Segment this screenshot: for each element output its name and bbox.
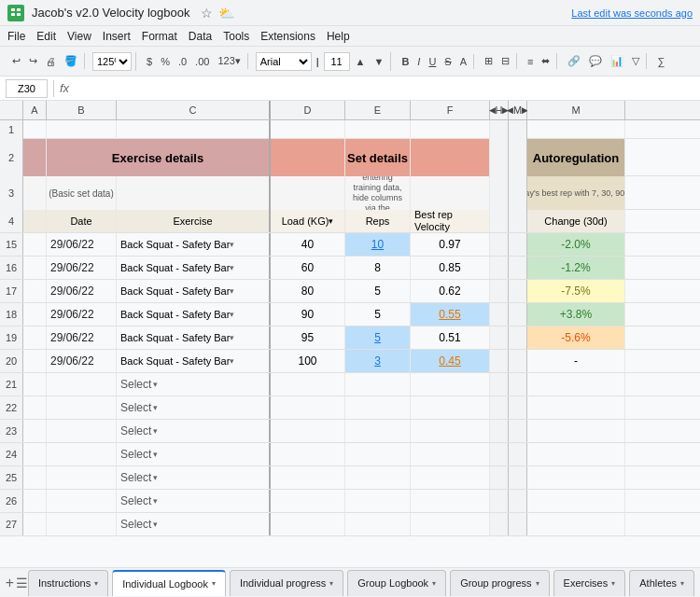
align-btn[interactable]: ≡ [525,54,536,69]
redo-btn[interactable]: ↪ [26,53,40,69]
row-18-date[interactable]: 29/06/22 [47,303,117,326]
row-21-reps[interactable] [345,373,411,396]
col-header-f[interactable]: F [411,101,490,119]
col-header-e[interactable]: E [345,101,411,119]
row-21-exercise-select[interactable]: Select ▾ [117,373,271,396]
print-btn[interactable]: 🖨 [43,54,59,69]
row-20-best-rep[interactable]: 0.45 [411,350,490,372]
row-16-reps[interactable]: 8 [345,257,411,279]
tab-individual-progress[interactable]: Individual progress▾ [230,570,343,596]
chart-btn[interactable]: 📊 [608,53,626,69]
row-19-reps[interactable]: 5 [345,326,411,349]
row-24-reps[interactable] [345,443,411,465]
tab-arrow[interactable]: ▾ [536,579,539,588]
row-26-best-rep[interactable] [411,490,490,512]
menu-tools[interactable]: Tools [223,30,249,43]
col-header-d[interactable]: D [271,101,345,119]
tab-arrow[interactable]: ▾ [680,579,684,588]
row-16-date[interactable]: 29/06/22 [47,257,117,279]
row-15-load[interactable]: 40 [271,233,345,256]
dec-dec-btn[interactable]: .0 [175,54,189,69]
tab-individual-logbook[interactable]: Individual Logbook▾ [112,570,226,596]
row-23-best-rep[interactable] [411,420,490,442]
link-btn[interactable]: 🔗 [565,53,583,69]
merge-btn[interactable]: ⊟ [498,53,512,69]
row-25-exercise-select[interactable]: Select ▾ [117,466,271,489]
tab-athletes[interactable]: Athletes▾ [629,570,694,596]
row-25-load[interactable] [271,466,345,489]
menu-help[interactable]: Help [327,30,350,43]
row-22-load[interactable] [271,396,345,419]
zoom-select[interactable]: 125%100% [92,52,132,71]
row-20-load[interactable]: 100 [271,350,345,372]
paint-btn[interactable]: 🪣 [62,53,80,69]
row-24-load[interactable] [271,443,345,465]
row-18-best-rep[interactable]: 0.55 [411,303,490,326]
row-26-exercise-select[interactable]: Select ▾ [117,490,271,512]
last-edit-text[interactable]: Last edit was seconds ago [571,7,693,19]
bold-btn[interactable]: B [399,54,412,69]
row-19-best-rep[interactable]: 0.51 [411,326,490,349]
row-16-load[interactable]: 60 [271,257,345,279]
star-icon[interactable]: ☆ [201,6,213,21]
row-17-best-rep[interactable]: 0.62 [411,280,490,302]
tab-instructions[interactable]: Instructions▾ [28,570,108,596]
menu-data[interactable]: Data [189,30,212,43]
comment-btn[interactable]: 💬 [586,53,605,69]
row-25-reps[interactable] [345,466,411,489]
menu-file[interactable]: File [7,30,25,43]
row-23-reps[interactable] [345,420,411,442]
col-header-b[interactable]: B [47,101,117,119]
add-sheet-btn[interactable]: + [4,575,16,591]
col-nav2-left[interactable]: ◀ [507,105,513,115]
row-15-exercise[interactable]: Back Squat - Safety Bar ▾ [117,233,271,256]
row-15-best-rep[interactable]: 0.97 [411,233,490,256]
row-23-load[interactable] [271,420,345,442]
menu-view[interactable]: View [67,30,91,43]
menu-edit[interactable]: Edit [36,30,56,43]
row-17-exercise[interactable]: Back Squat - Safety Bar ▾ [117,280,271,302]
row-26-reps[interactable] [345,490,411,512]
font-size-down[interactable]: ▼ [371,54,387,69]
row-20-date[interactable]: 29/06/22 [47,350,117,372]
row-22-best-rep[interactable] [411,396,490,419]
row-22-exercise-select[interactable]: Select ▾ [117,396,271,419]
row-24-best-rep[interactable] [411,443,490,465]
row-19-load[interactable]: 95 [271,326,345,349]
row-21-load[interactable] [271,373,345,396]
tab-arrow[interactable]: ▾ [432,579,436,588]
row-18-reps[interactable]: 5 [345,303,411,326]
valign-btn[interactable]: ⬌ [539,53,553,69]
tab-arrow[interactable]: ▾ [212,579,216,588]
tab-arrow[interactable]: ▾ [329,579,333,588]
border-btn[interactable]: ⊞ [482,53,496,69]
row-27-load[interactable] [271,513,345,535]
row-16-best-rep[interactable]: 0.85 [411,257,490,279]
row-15-reps[interactable]: 10 [345,233,411,256]
menu-extensions[interactable]: Extensions [260,30,315,43]
row-20-exercise[interactable]: Back Squat - Safety Bar ▾ [117,350,271,372]
font-select[interactable]: Arial [256,52,312,71]
row-26-load[interactable] [271,490,345,512]
tab-group-logbook[interactable]: Group Logbook▾ [347,570,446,596]
col-header-a[interactable]: A [23,101,47,119]
row-17-date[interactable]: 29/06/22 [47,280,117,302]
font-size-input[interactable] [324,52,350,71]
currency-btn[interactable]: $ [144,54,155,69]
row-23-exercise-select[interactable]: Select ▾ [117,420,271,442]
tab-arrow[interactable]: ▾ [94,579,98,588]
menu-insert[interactable]: Insert [103,30,131,43]
row-21-best-rep[interactable] [411,373,490,396]
row-15-date[interactable]: 29/06/22 [47,233,117,256]
filter-btn[interactable]: ▽ [629,53,642,69]
row-19-date[interactable]: 29/06/22 [47,326,117,349]
tab-exercises[interactable]: Exercises▾ [553,570,626,596]
row-27-best-rep[interactable] [411,513,490,535]
italic-btn[interactable]: I [414,54,423,69]
row-18-exercise[interactable]: Back Squat - Safety Bar ▾ [117,303,271,326]
inc-dec-btn[interactable]: .00 [192,54,212,69]
tab-arrow[interactable]: ▾ [611,579,615,588]
row-22-reps[interactable] [345,396,411,419]
sheet-list-btn[interactable]: ☰ [16,576,28,590]
row-19-exercise[interactable]: Back Squat - Safety Bar ▾ [117,326,271,349]
